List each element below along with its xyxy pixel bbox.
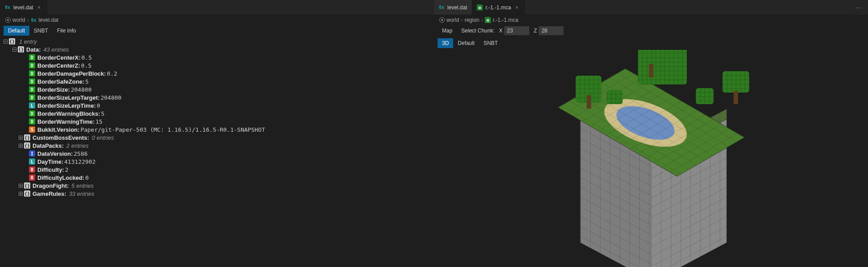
- node-key: BorderCenterZ:: [37, 62, 80, 69]
- tree-leaf-row[interactable]: LDayTime: 413122902: [4, 158, 432, 166]
- compound-tag-icon: {}: [24, 142, 30, 149]
- node-key: BorderSizeLerpTime:: [37, 102, 96, 109]
- tree-leaf-row[interactable]: DBorderCenterZ: 0.5: [4, 61, 432, 69]
- tree-block: [638, 50, 665, 71]
- tab-label: r.-1.-1.mca: [486, 4, 511, 11]
- collapse-icon[interactable]: −: [12, 48, 16, 52]
- node-meta: 0 entries: [92, 134, 114, 141]
- node-meta: 5 entries: [72, 182, 94, 189]
- close-icon[interactable]: ×: [514, 4, 520, 11]
- expand-icon[interactable]: +: [19, 192, 23, 196]
- chunk-3d-viewport[interactable]: [434, 50, 868, 267]
- tree-leaf-row[interactable]: DBorderWarningTime: 15: [4, 117, 432, 125]
- z-label: Z: [534, 28, 537, 34]
- breadcrumb-world[interactable]: world: [5, 17, 25, 23]
- map-button[interactable]: Map: [438, 26, 457, 36]
- compound-tag-icon: {}: [9, 38, 15, 44]
- tree-leaf-row[interactable]: IDataVersion: 2586: [4, 150, 432, 158]
- nbt-tree: − {} 1 entry − {} Data: 43 entries DBord…: [0, 37, 434, 201]
- nbt-type-I-icon: I: [29, 150, 35, 157]
- node-key: DragonFight:: [32, 182, 69, 189]
- breadcrumb-world[interactable]: world: [439, 17, 459, 23]
- view-tab-3d[interactable]: 3D: [438, 38, 453, 48]
- node-key: BorderSizeLerpTarget:: [37, 94, 100, 101]
- tree-compound-row[interactable]: +{}DragonFight: 5 entries: [4, 182, 432, 190]
- chunk-3d-model: [535, 53, 767, 249]
- tab-r--1--1-mca[interactable]: ▦r.-1.-1.mca×: [472, 0, 525, 15]
- chevron-right-icon: ›: [481, 17, 483, 23]
- breadcrumb-level-dat[interactable]: 0xlevel.dat: [31, 17, 59, 23]
- node-key: BorderCenterX:: [37, 54, 81, 61]
- expand-icon[interactable]: +: [19, 184, 23, 188]
- node-key: Data:: [26, 46, 41, 53]
- tree-data-row[interactable]: − {} Data: 43 entries: [4, 45, 432, 53]
- right-tabbar: 0xlevel.dat▦r.-1.-1.mca× ···: [434, 0, 868, 15]
- node-value: 5: [85, 78, 89, 85]
- tree-leaf-row[interactable]: DBorderSafeZone: 5: [4, 77, 432, 85]
- view-tab-snbt[interactable]: SNBT: [29, 26, 53, 36]
- chunk-x-input[interactable]: [504, 26, 529, 35]
- view-tab-fileinfo[interactable]: File Info: [53, 26, 81, 36]
- node-value: 5: [101, 110, 105, 117]
- select-chunk-label: Select Chunk:: [461, 28, 495, 34]
- tree-leaf-row[interactable]: DBorderDamagePerBlock: 0.2: [4, 69, 432, 77]
- node-key: DayTime:: [37, 158, 63, 165]
- tree-compound-row[interactable]: +{}DataPacks: 2 entries: [4, 142, 432, 150]
- nbt-type-L-icon: L: [29, 102, 35, 109]
- node-value: 204800: [71, 86, 92, 93]
- close-icon[interactable]: ×: [36, 4, 42, 11]
- breadcrumb-region[interactable]: region: [465, 17, 479, 23]
- tree-leaf-row[interactable]: LBorderSizeLerpTime: 0: [4, 101, 432, 109]
- breadcrumb: world › 0xlevel.dat: [0, 15, 434, 25]
- left-tabbar: 0x level.dat ×: [0, 0, 434, 15]
- collapse-icon[interactable]: −: [4, 40, 8, 44]
- tree-leaf-row[interactable]: DBorderSize: 204800: [4, 85, 432, 93]
- tree-compound-row[interactable]: +{}GameRules: 33 entries: [4, 190, 432, 198]
- nbt-type-D-icon: D: [29, 118, 35, 125]
- tree-leaf-row[interactable]: DBorderWarningBlocks: 5: [4, 109, 432, 117]
- tab-level-dat[interactable]: 0xlevel.dat: [434, 0, 472, 15]
- mca-file-icon: ▦: [485, 17, 491, 23]
- right-view-tabs: 3D Default SNBT: [434, 37, 868, 50]
- chunk-z-input[interactable]: [539, 26, 564, 35]
- view-tab-default[interactable]: Default: [453, 38, 479, 48]
- compound-tag-icon: {}: [24, 190, 30, 197]
- node-meta: 43 entries: [44, 46, 69, 53]
- node-key: DataPacks:: [32, 142, 64, 149]
- tree-leaf-row[interactable]: BDifficultyLocked: 0: [4, 174, 432, 182]
- tree-block: [722, 71, 749, 98]
- tree-block: [696, 88, 722, 115]
- tree-leaf-row[interactable]: DBorderCenterX: 0.5: [4, 53, 432, 61]
- node-value: 0.2: [107, 70, 117, 77]
- compound-tag-icon: {}: [24, 134, 30, 141]
- breadcrumb-mca[interactable]: ▦r.-1.-1.mca: [485, 17, 518, 23]
- tree-leaf-row[interactable]: BDifficulty: 2: [4, 166, 432, 174]
- tree-leaf-row[interactable]: DBorderSizeLerpTarget: 204800: [4, 93, 432, 101]
- nbt-type-D-icon: D: [29, 62, 35, 69]
- node-key: BorderSize:: [37, 86, 70, 93]
- nbt-type-D-icon: D: [29, 110, 35, 117]
- tree-root-row[interactable]: − {} 1 entry: [4, 37, 432, 45]
- more-icon[interactable]: ···: [850, 4, 868, 11]
- tab-label: level.dat: [13, 4, 33, 11]
- hex-file-icon: 0x: [31, 17, 37, 23]
- node-key: BorderDamagePerBlock:: [37, 70, 106, 77]
- nbt-type-B-icon: B: [29, 166, 35, 173]
- node-key: BorderWarningBlocks:: [37, 110, 100, 117]
- view-tab-snbt[interactable]: SNBT: [479, 38, 502, 48]
- expand-icon[interactable]: +: [19, 144, 23, 148]
- node-value: 413122902: [64, 158, 95, 165]
- disc-icon: [5, 17, 11, 23]
- node-key: DifficultyLocked:: [37, 174, 84, 181]
- node-value: Paper/git-Paper-503 (MC: 1.16.5)/1.16.5-…: [81, 126, 265, 133]
- view-tab-default[interactable]: Default: [4, 26, 29, 36]
- node-key: BorderSafeZone:: [37, 78, 84, 85]
- tab-level-dat[interactable]: 0x level.dat ×: [0, 0, 47, 15]
- tree-compound-row[interactable]: +{}CustomBossEvents: 0 entries: [4, 134, 432, 142]
- nbt-type-D-icon: D: [29, 94, 35, 101]
- left-editor-pane: 0x level.dat × world › 0xlevel.dat Defau…: [0, 0, 434, 267]
- tree-leaf-row[interactable]: SBukkit.Version: Paper/git-Paper-503 (MC…: [4, 125, 432, 134]
- expand-icon[interactable]: +: [19, 136, 23, 140]
- breadcrumb: world › region › ▦r.-1.-1.mca: [434, 15, 868, 25]
- disc-icon: [439, 17, 445, 23]
